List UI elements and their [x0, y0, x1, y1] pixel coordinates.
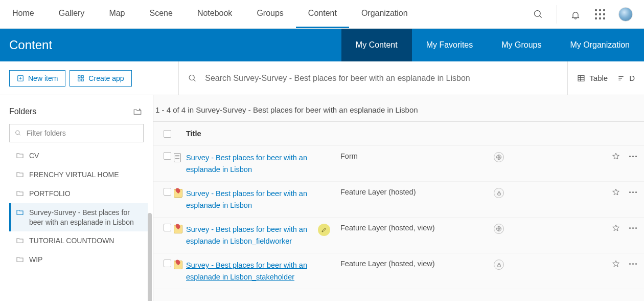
globe-icon[interactable]	[494, 152, 504, 162]
section-tab-my-content[interactable]: My Content	[341, 29, 412, 61]
view-table-button[interactable]: Table	[577, 74, 608, 82]
lock-icon[interactable]	[494, 260, 504, 270]
section-header: Content My ContentMy FavoritesMy GroupsM…	[0, 29, 644, 61]
item-type: Feature Layer (hosted, view)	[340, 260, 494, 268]
svg-line-1	[540, 15, 542, 17]
table-row: Survey - Best places for beer with an es…	[153, 253, 644, 289]
bell-icon[interactable]	[569, 8, 582, 20]
star-icon[interactable]	[612, 260, 620, 268]
lock-icon[interactable]	[494, 188, 504, 198]
item-type: Form	[340, 152, 494, 160]
item-type: Feature Layer (hosted, view)	[340, 224, 494, 232]
svg-rect-5	[78, 75, 80, 77]
search-icon[interactable]	[532, 8, 544, 20]
row-checkbox[interactable]	[164, 260, 171, 267]
avatar[interactable]	[618, 7, 633, 22]
create-app-button[interactable]: Create app	[70, 70, 131, 87]
folders-heading: Folders	[9, 107, 36, 116]
grid-icon	[77, 75, 84, 82]
feature-layer-icon	[174, 189, 182, 198]
star-icon[interactable]	[612, 188, 620, 196]
topnav-tab-organization[interactable]: Organization	[349, 0, 420, 28]
sidebar-folder[interactable]: PORTFOLIO	[9, 184, 148, 203]
top-nav-right	[532, 5, 644, 24]
new-item-button[interactable]: New item	[9, 70, 65, 87]
divider	[557, 5, 557, 24]
svg-rect-7	[78, 79, 80, 81]
row-checkbox[interactable]	[164, 188, 171, 196]
topnav-tab-gallery[interactable]: Gallery	[47, 0, 97, 28]
more-actions-icon[interactable]	[627, 154, 639, 159]
item-title-link[interactable]: Survey - Best places for beer with an es…	[186, 188, 318, 211]
table-icon	[577, 74, 585, 82]
new-item-label: New item	[28, 74, 58, 82]
topnav-tab-home[interactable]: Home	[0, 0, 47, 28]
table-header-row: Title	[153, 122, 644, 146]
search-input[interactable]	[204, 73, 567, 83]
edit-badge-icon	[318, 224, 330, 236]
topnav-tab-map[interactable]: Map	[97, 0, 137, 28]
item-title-link[interactable]: Survey - Best places for beer with an es…	[186, 224, 318, 247]
svg-line-21	[19, 134, 20, 136]
topnav-tab-notebook[interactable]: Notebook	[185, 0, 245, 28]
svg-rect-24	[497, 193, 500, 195]
star-icon[interactable]	[612, 224, 620, 232]
folder-label: Survey-Survey - Best places for beer wit…	[29, 208, 143, 227]
view-date-button[interactable]: D	[617, 74, 635, 82]
more-actions-icon[interactable]	[627, 225, 639, 231]
column-header-title[interactable]: Title	[186, 128, 318, 139]
topnav-tab-scene[interactable]: Scene	[137, 0, 185, 28]
view-table-label: Table	[589, 74, 608, 82]
action-left: New item Create app	[0, 61, 178, 95]
search-icon	[15, 130, 21, 137]
sort-icon	[617, 74, 625, 82]
feature-layer-icon	[174, 261, 182, 269]
row-checkbox[interactable]	[164, 152, 171, 160]
item-title-link[interactable]: Survey - Best places for beer with an es…	[186, 152, 318, 175]
sidebar-folder[interactable]: TUTORIAL COUNTDOWN	[9, 231, 148, 250]
topnav-tab-content[interactable]: Content	[296, 0, 349, 28]
section-tab-my-favorites[interactable]: My Favorites	[412, 29, 488, 61]
section-tab-my-groups[interactable]: My Groups	[487, 29, 556, 61]
sidebar-folder[interactable]: Survey-Survey - Best places for beer wit…	[9, 203, 148, 232]
folder-icon	[16, 236, 24, 244]
globe-icon[interactable]	[494, 224, 504, 234]
sidebar: Folders CVFRENCHY VIRTUAL HOMEPORTFOLIOS…	[0, 95, 153, 301]
new-folder-icon[interactable]	[131, 105, 144, 118]
folder-icon	[16, 255, 24, 263]
folder-label: WIP	[29, 255, 42, 265]
feature-layer-icon	[174, 225, 182, 233]
svg-point-9	[189, 75, 194, 80]
result-count: 1 - 4 of 4 in Survey-Survey - Best place…	[153, 105, 644, 121]
svg-rect-6	[82, 75, 84, 77]
more-actions-icon[interactable]	[627, 189, 639, 195]
sidebar-folder[interactable]: WIP	[9, 250, 148, 269]
filter-folders-input[interactable]	[26, 128, 138, 138]
row-checkbox[interactable]	[164, 224, 171, 231]
items-table: Title Survey - Best places for beer with…	[153, 121, 644, 289]
form-icon	[174, 153, 181, 162]
folder-icon	[16, 152, 24, 159]
more-actions-icon[interactable]	[627, 261, 639, 267]
sidebar-scrollbar[interactable]	[148, 213, 152, 301]
view-switcher: Table D	[567, 61, 644, 95]
folder-label: FRENCHY VIRTUAL HOME	[29, 170, 119, 180]
folder-list: CVFRENCHY VIRTUAL HOMEPORTFOLIOSurvey-Su…	[9, 146, 148, 269]
select-all-checkbox[interactable]	[164, 130, 171, 138]
topnav-tab-groups[interactable]: Groups	[244, 0, 295, 28]
sidebar-folder[interactable]: FRENCHY VIRTUAL HOME	[9, 165, 148, 184]
svg-marker-29	[613, 261, 619, 267]
filter-folders-box	[9, 124, 144, 142]
content-panel: 1 - 4 of 4 in Survey-Survey - Best place…	[153, 95, 644, 301]
apps-icon[interactable]	[594, 8, 606, 20]
top-nav: HomeGalleryMapSceneNotebookGroupsContent…	[0, 0, 644, 29]
svg-line-10	[194, 79, 196, 81]
svg-point-20	[16, 131, 19, 134]
folder-icon	[16, 208, 24, 216]
svg-marker-23	[613, 153, 619, 159]
sidebar-folder[interactable]: CV	[9, 146, 148, 165]
svg-point-0	[535, 10, 541, 16]
section-tab-my-organization[interactable]: My Organization	[556, 29, 645, 61]
item-title-link[interactable]: Survey - Best places for beer with an es…	[186, 260, 318, 283]
star-icon[interactable]	[612, 152, 620, 160]
